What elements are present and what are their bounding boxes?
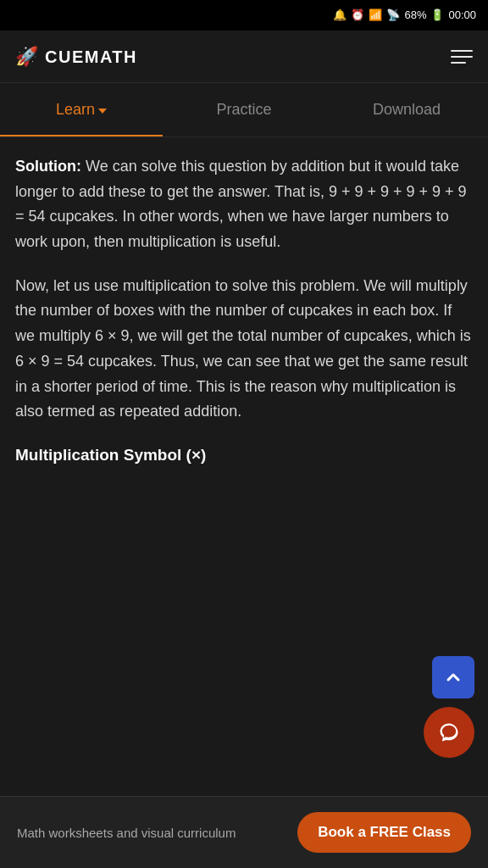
logo-text: CUEMATH (45, 44, 137, 70)
solution-label: Solution: (15, 158, 81, 175)
hamburger-line-2 (451, 56, 473, 58)
practice-tab-label: Practice (216, 101, 271, 118)
chevron-down-icon (98, 108, 107, 114)
tab-download[interactable]: Download (325, 83, 488, 136)
tab-learn[interactable]: Learn (0, 83, 163, 136)
alarm-icon: ⏰ (351, 7, 364, 24)
status-icons: 🔔 ⏰ 📶 📡 68% 🔋 00:00 (333, 7, 476, 24)
signal-icon: 📡 (386, 7, 400, 24)
tab-practice[interactable]: Practice (163, 83, 325, 136)
multiplication-text: Now, let us use multiplication to solve … (15, 277, 471, 420)
book-free-class-button[interactable]: Book a FREE Class (297, 812, 471, 853)
scroll-to-top-button[interactable] (432, 656, 474, 698)
learn-tab-label: Learn (56, 98, 95, 121)
bottom-bar: Math worksheets and visual curriculum Bo… (0, 796, 488, 868)
bottom-bar-text: Math worksheets and visual curriculum (17, 824, 236, 842)
nav-tabs: Learn Practice Download (0, 83, 488, 137)
battery-icon: 🔋 (430, 7, 444, 24)
solution-text: We can solve this question by addition b… (15, 158, 467, 250)
download-tab-label: Download (373, 101, 441, 118)
multiplication-paragraph: Now, let us use multiplication to solve … (15, 274, 473, 425)
app-header: 🚀 CUEMATH (0, 31, 488, 83)
notification-icon: 🔔 (333, 7, 347, 24)
hamburger-menu-button[interactable] (451, 50, 473, 64)
hamburger-line-3 (451, 62, 466, 64)
time-display: 00:00 (448, 7, 476, 24)
logo-container: 🚀 CUEMATH (15, 42, 137, 70)
status-bar: 🔔 ⏰ 📶 📡 68% 🔋 00:00 (0, 0, 488, 31)
solution-paragraph: Solution: We can solve this question by … (15, 154, 473, 255)
battery-level: 68% (404, 7, 426, 24)
chat-button[interactable] (424, 707, 474, 758)
section-heading-multiplication-symbol: Multiplication Symbol (×) (15, 443, 473, 468)
rocket-icon: 🚀 (15, 42, 38, 70)
hamburger-line-1 (451, 50, 473, 52)
wifi-icon: 📶 (369, 7, 382, 24)
main-content: Solution: We can solve this question by … (0, 137, 488, 484)
